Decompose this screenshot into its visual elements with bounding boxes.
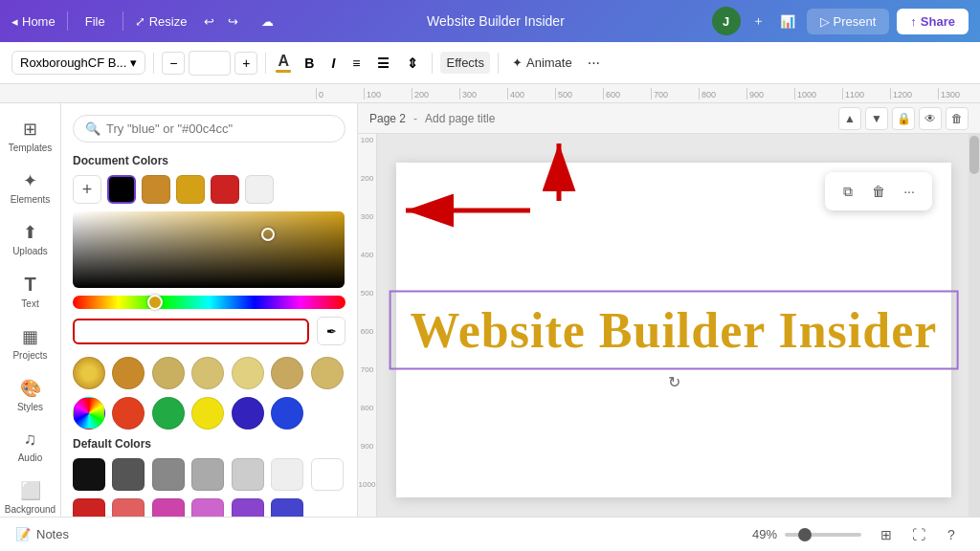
fullscreen-button[interactable]: ⛶ <box>905 521 932 548</box>
gold-swatch-2[interactable] <box>152 357 185 389</box>
page-lock-button[interactable]: 🔒 <box>892 107 915 130</box>
default-purple[interactable] <box>232 498 264 517</box>
home-button[interactable]: ◂ Home <box>11 14 56 29</box>
more-options-button[interactable]: ··· <box>584 51 604 76</box>
italic-button[interactable]: I <box>325 52 341 75</box>
canvas-text-element[interactable]: Website Builder Insider ↻ <box>390 291 959 370</box>
picker-dot[interactable] <box>261 228 275 241</box>
grid-view-button[interactable]: ⊞ <box>873 521 900 548</box>
gold-swatches-grid <box>73 357 345 389</box>
page-title-input[interactable] <box>425 112 568 125</box>
delete-button[interactable]: 🗑 <box>865 178 892 205</box>
font-size-input[interactable]: 104 <box>189 51 231 76</box>
rotate-handle[interactable]: ↻ <box>668 373 680 391</box>
blue-swatch[interactable] <box>271 397 303 430</box>
decrease-size-button[interactable]: − <box>162 52 185 75</box>
sidebar-item-text[interactable]: T Text <box>4 266 57 317</box>
eyedropper-button[interactable]: ✒ <box>317 317 345 345</box>
help-button[interactable]: ? <box>938 521 965 548</box>
doc-swatch-4[interactable] <box>245 175 274 204</box>
color-search-bar[interactable]: 🔍 <box>73 115 345 143</box>
effects-button[interactable]: Effects <box>440 52 490 74</box>
analytics-button[interactable]: 📊 <box>776 11 799 33</box>
hue-slider[interactable] <box>73 296 345 309</box>
ruler-mark-200: 200 <box>412 88 459 99</box>
sidebar-item-templates[interactable]: ⊞ Templates <box>4 111 57 161</box>
doc-swatch-2[interactable] <box>176 175 205 204</box>
animate-button[interactable]: ✦ Animate <box>506 52 578 74</box>
gold-swatch-4[interactable] <box>232 357 264 389</box>
default-pink[interactable] <box>152 498 185 517</box>
list-button[interactable]: ☰ <box>371 52 395 75</box>
cloud-button[interactable]: ☁ <box>256 11 279 33</box>
default-dark-gray[interactable] <box>112 458 145 491</box>
font-selector[interactable]: RoxboroughCF B... ▾ <box>11 51 145 75</box>
elements-icon: ✦ <box>23 170 37 191</box>
share-button[interactable]: ↑ Share <box>897 9 969 34</box>
gold-swatch-5[interactable] <box>271 357 303 389</box>
default-light-red[interactable] <box>112 498 145 517</box>
rainbow-swatch[interactable] <box>73 397 105 430</box>
page-hide-button[interactable]: 👁 <box>919 107 942 130</box>
sep1 <box>153 53 154 74</box>
yellow-swatch[interactable] <box>191 397 224 430</box>
canvas-paper[interactable]: ⧉ 🗑 ··· Website Builder Insider ↻ <box>396 163 951 497</box>
present-button[interactable]: ▷ Present <box>807 9 890 34</box>
default-light-gray[interactable] <box>232 458 264 491</box>
add-color-button[interactable]: + <box>73 175 101 204</box>
hue-thumb[interactable] <box>147 295 163 310</box>
more-button[interactable]: ··· <box>896 178 923 205</box>
color-search-input[interactable] <box>106 121 333 136</box>
doc-swatch-3[interactable] <box>211 175 239 204</box>
home-label: Home <box>22 14 56 29</box>
scrollbar-thumb[interactable] <box>969 136 979 174</box>
undo-button[interactable]: ↩ <box>198 11 220 33</box>
canvas-area[interactable]: Page 2 - ▲ ▼ 🔒 👁 🗑 100 200 300 400 500 6… <box>358 103 980 517</box>
gold-swatch-3[interactable] <box>191 357 224 389</box>
user-avatar[interactable]: J <box>712 7 741 35</box>
bold-button[interactable]: B <box>299 52 320 75</box>
align-button[interactable]: ≡ <box>346 52 366 75</box>
default-red[interactable] <box>73 498 105 517</box>
sidebar-item-uploads[interactable]: ⬆ Uploads <box>4 214 57 264</box>
page-delete-button[interactable]: 🗑 <box>946 107 969 130</box>
file-button[interactable]: File <box>79 11 111 33</box>
gold-swatch-0[interactable] <box>73 357 105 389</box>
canvas-viewport[interactable]: ⧉ 🗑 ··· Website Builder Insider ↻ <box>377 134 980 517</box>
indigo-swatch[interactable] <box>232 397 264 430</box>
add-button[interactable]: ＋ <box>748 9 768 33</box>
default-blue-purple[interactable] <box>271 498 303 517</box>
red-swatch[interactable] <box>112 397 145 430</box>
gold-swatch-6[interactable] <box>311 357 344 389</box>
doc-swatch-black[interactable] <box>107 175 136 204</box>
doc-swatch-1[interactable] <box>142 175 170 204</box>
default-gray[interactable] <box>152 458 185 491</box>
copy-button[interactable]: ⧉ <box>835 178 861 205</box>
left-ruler-200: 200 <box>361 172 373 210</box>
sidebar-item-audio[interactable]: ♫ Audio <box>4 422 57 471</box>
page-up-button[interactable]: ▲ <box>838 107 861 130</box>
spacing-button[interactable]: ⇕ <box>401 52 424 75</box>
notes-button[interactable]: 📝 Notes <box>15 527 69 541</box>
redo-button[interactable]: ↪ <box>222 11 244 33</box>
gradient-canvas[interactable] <box>73 211 345 288</box>
hex-input[interactable]: #DFB84D <box>73 319 309 344</box>
default-white[interactable] <box>311 458 344 491</box>
default-black[interactable] <box>73 458 105 491</box>
text-color-button[interactable]: A <box>274 52 293 75</box>
increase-size-button[interactable]: + <box>234 52 257 75</box>
default-mid-gray[interactable] <box>191 458 224 491</box>
default-purple-pink[interactable] <box>191 498 224 517</box>
page-down-button[interactable]: ▼ <box>865 107 888 130</box>
sidebar-item-styles[interactable]: 🎨 Styles <box>4 370 57 420</box>
sidebar-item-projects[interactable]: ▦ Projects <box>4 319 57 368</box>
ruler-mark-600: 600 <box>603 88 651 99</box>
default-near-white[interactable] <box>271 458 303 491</box>
green-swatch[interactable] <box>152 397 185 430</box>
sidebar-item-background[interactable]: ⬜ Background <box>4 473 57 517</box>
sidebar-item-elements[interactable]: ✦ Elements <box>4 163 57 212</box>
resize-button[interactable]: ⤢ Resize <box>135 14 188 29</box>
right-scrollbar[interactable] <box>969 134 980 517</box>
zoom-slider[interactable] <box>785 533 861 537</box>
gold-swatch-1[interactable] <box>112 357 145 389</box>
